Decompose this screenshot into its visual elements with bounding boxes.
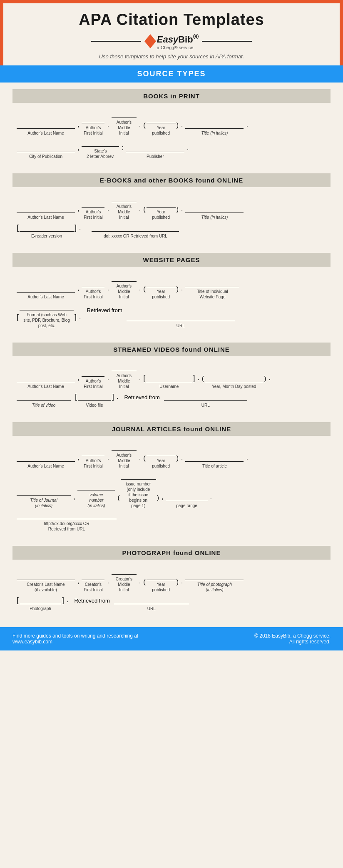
- field-line: [112, 364, 137, 371]
- ebooks-row1: Author's Last Name , Author'sFirst Initi…: [17, 195, 326, 220]
- field-line: [17, 121, 75, 129]
- issue-paren-group: ( issue number(only includeif the issueb…: [117, 472, 159, 508]
- field-line: [82, 449, 104, 456]
- field-line: [82, 139, 119, 147]
- field-line: [17, 454, 75, 462]
- field-line: [185, 454, 244, 462]
- field-photograph-label: Photograph: [20, 597, 61, 611]
- page-title: APA Citation Templates: [12, 11, 331, 29]
- ebooks-block: Author's Last Name , Author'sFirst Initi…: [12, 191, 331, 246]
- field-doi: doi: xxxxx OR Retrieved from URL: [92, 224, 179, 239]
- field-year: Yearpublished: [147, 573, 176, 593]
- field-author-last: Author's Last Name: [17, 121, 75, 136]
- punct-period: .: [246, 454, 248, 469]
- field-line: [17, 488, 71, 496]
- field-line: [127, 314, 235, 321]
- field-line: [147, 200, 176, 208]
- field-author-last: Author's Last Name: [17, 454, 75, 469]
- punct-period: .: [117, 393, 118, 408]
- bracket-video-file: [ Video file ]: [75, 393, 114, 408]
- field-first-init: Author'sFirst Initial: [82, 116, 104, 136]
- punct-period: .: [107, 285, 109, 300]
- punct-comma: ,: [77, 144, 79, 159]
- punct-period: .: [139, 121, 141, 136]
- field-url: URL: [127, 314, 235, 328]
- field-mid-init: Author'sMiddleInitial: [112, 443, 137, 469]
- field-photo-title: Title of photograph(in italics): [185, 573, 244, 593]
- website-block: Author's Last Name , Author'sFirst Initi…: [12, 271, 331, 336]
- website-row1: Author's Last Name , Author'sFirst Initi…: [17, 274, 326, 300]
- field-page-range: page range: [166, 494, 208, 508]
- punct-comma: ,: [77, 454, 79, 469]
- footer: Find more guides and tools on writing an…: [0, 627, 343, 650]
- field-line: [112, 195, 137, 202]
- bracket-photograph: [ Photograph ]: [17, 596, 64, 611]
- punct-period: .: [139, 205, 141, 220]
- field-website-title: Title of IndividualWebsite Page: [185, 280, 239, 300]
- punct-comma: ,: [77, 578, 79, 593]
- section-header-videos: STREAMED VIDEOS found ONLINE: [12, 343, 331, 356]
- punct-comma: ,: [77, 121, 79, 136]
- field-line: [147, 573, 176, 580]
- year-paren-group: ( Yearpublished ): [143, 280, 179, 300]
- punct-period: .: [210, 493, 212, 508]
- punct-comma: ,: [162, 493, 163, 508]
- punct-comma: ,: [77, 374, 79, 389]
- punct-period: .: [139, 454, 141, 469]
- field-line: [164, 393, 247, 401]
- punct-period: .: [79, 224, 81, 239]
- field-line: [82, 573, 104, 580]
- punct-period: .: [187, 144, 189, 159]
- field-mid-init: Author'sMiddleInitial: [112, 110, 137, 136]
- books-print-block: Author's Last Name , Author'sFirst Initi…: [12, 107, 331, 167]
- svg-marker-0: [144, 34, 156, 48]
- field-url: URL: [164, 393, 247, 408]
- punct-period: .: [181, 121, 183, 136]
- field-year: Yearpublished: [147, 116, 176, 136]
- field-line: [166, 494, 208, 501]
- punct-period: .: [139, 578, 141, 593]
- field-line: [112, 443, 137, 451]
- field-article-title: Title of article: [185, 454, 244, 469]
- field-http: http://dx.doi.org/xxxx ORRetrieved from …: [17, 512, 117, 532]
- field-year: Yearpublished: [147, 280, 176, 300]
- field-line: [17, 512, 117, 519]
- logo-sub: a Chegg® service: [157, 45, 199, 50]
- year-paren-group: ( Yearpublished ): [143, 573, 179, 593]
- footer-left: Find more guides and tools on writing an…: [12, 633, 138, 645]
- videos-row2: Title of video [ Video file ] . Retrieve…: [17, 393, 326, 408]
- punct-period: .: [181, 578, 183, 593]
- year-paren-group: ( Yearpublished ): [143, 200, 179, 220]
- punct-comma: ,: [73, 493, 75, 508]
- bracket-format: [ Format (such as Website, PDF, Brochure…: [17, 303, 77, 328]
- field-mid-init: Author'sMiddleInitial: [112, 195, 137, 220]
- field-line: [17, 375, 75, 382]
- journal-row2: Title of Journal(in italics) , volumenum…: [17, 472, 326, 508]
- field-video-file: Video file: [78, 393, 111, 408]
- header-outer: APA Citation Templates EasyBib® a Chegg®…: [0, 0, 343, 65]
- field-creator-mid: Creator'sMiddleInitial: [112, 567, 137, 593]
- retrieved-from-label: Retrieved from: [74, 598, 109, 611]
- field-line: [112, 274, 137, 282]
- field-line: [185, 205, 244, 213]
- field-line: [185, 121, 244, 129]
- field-first-init: Author'sFirst Initial: [82, 200, 104, 220]
- videos-row1: Author's Last Name , Author'sFirst Initi…: [17, 364, 326, 389]
- field-line: [17, 205, 75, 213]
- field-author-last: Author's Last Name: [17, 285, 75, 300]
- photo-row1: Creator's Last Name(if available) , Crea…: [17, 567, 326, 593]
- field-line: [121, 472, 156, 480]
- field-journal-title: Title of Journal(in italics): [17, 488, 71, 508]
- punct-period: .: [197, 374, 199, 389]
- field-title: Title (in italics): [185, 205, 244, 220]
- logo-reg: ®: [193, 32, 199, 41]
- punct-period: .: [107, 205, 109, 220]
- field-mid-init: Author'sMiddleInitial: [112, 364, 137, 389]
- field-line: [17, 285, 75, 293]
- punct-period: .: [181, 454, 183, 469]
- field-line: [78, 393, 111, 401]
- header-inner: APA Citation Templates EasyBib® a Chegg®…: [3, 3, 340, 65]
- books-print-row1: Author's Last Name , Author'sFirst Initi…: [17, 110, 326, 136]
- field-issue: issue number(only includeif the issuebeg…: [121, 472, 156, 508]
- field-url: URL: [114, 597, 189, 611]
